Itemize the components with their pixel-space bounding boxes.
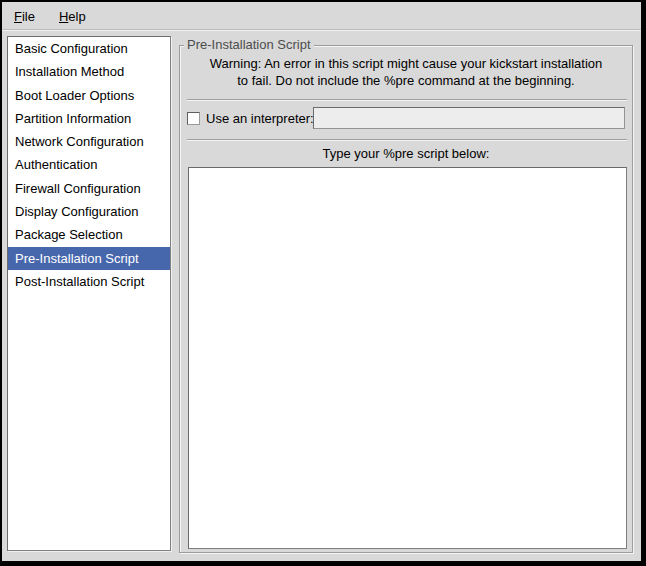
sidebar-item-network-configuration[interactable]: Network Configuration (8, 130, 170, 153)
script-prompt-label: Type your %pre script below: (180, 146, 632, 161)
pre-installation-frame: Pre-Installation Script Warning: An erro… (179, 45, 633, 553)
warning-line-2: to fail. Do not include the %pre command… (180, 72, 632, 89)
interpreter-entry[interactable] (313, 107, 625, 129)
kickstart-configurator-window: File Help Basic ConfigurationInstallatio… (0, 0, 646, 566)
menubar: File Help (2, 2, 641, 30)
warning-text: Warning: An error in this script might c… (180, 55, 632, 89)
use-interpreter-label[interactable]: Use an interpreter: (206, 111, 314, 127)
separator (187, 99, 627, 100)
sidebar-item-installation-method[interactable]: Installation Method (8, 60, 170, 83)
sidebar-item-display-configuration[interactable]: Display Configuration (8, 200, 170, 223)
sidebar-item-boot-loader-options[interactable]: Boot Loader Options (8, 84, 170, 107)
separator (187, 139, 627, 140)
menu-help[interactable]: Help (53, 6, 92, 27)
sidebar-item-pre-installation-script[interactable]: Pre-Installation Script (8, 247, 170, 270)
use-interpreter-checkbox[interactable] (187, 112, 200, 125)
warning-line-1: Warning: An error in this script might c… (180, 55, 632, 72)
pre-script-textarea[interactable] (188, 167, 627, 549)
sidebar-item-firewall-configuration[interactable]: Firewall Configuration (8, 177, 170, 200)
sidebar-item-basic-configuration[interactable]: Basic Configuration (8, 37, 170, 60)
sidebar-item-package-selection[interactable]: Package Selection (8, 223, 170, 246)
sidebar-item-authentication[interactable]: Authentication (8, 153, 170, 176)
menu-file[interactable]: File (8, 6, 41, 27)
section-list: Basic ConfigurationInstallation MethodBo… (7, 36, 171, 551)
frame-title: Pre-Installation Script (184, 37, 314, 52)
sidebar-item-post-installation-script[interactable]: Post-Installation Script (8, 270, 170, 293)
sidebar-item-partition-information[interactable]: Partition Information (8, 107, 170, 130)
